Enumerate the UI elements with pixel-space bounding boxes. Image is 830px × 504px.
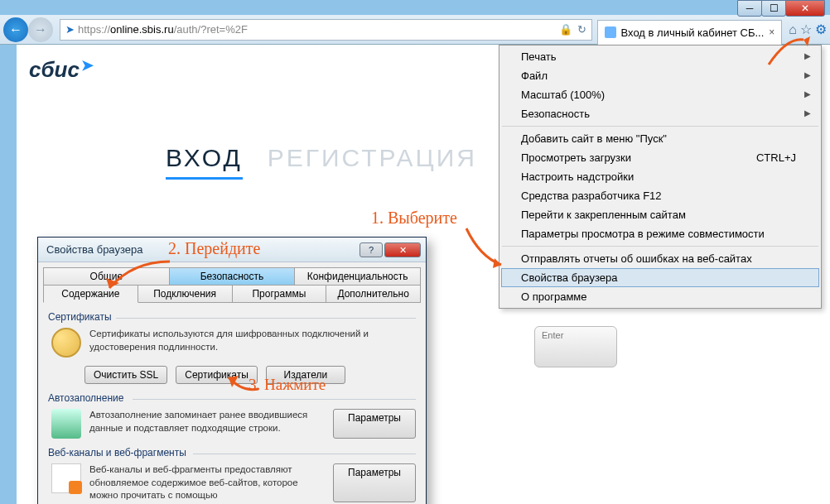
login-tab[interactable]: ВХОД: [166, 144, 243, 180]
site-icon: ➤: [65, 23, 75, 36]
settings-gear-icon[interactable]: ⚙: [815, 22, 827, 37]
browser-tab[interactable]: Вход в личный кабинет СБ... ×: [597, 20, 783, 45]
certificate-icon: [51, 328, 81, 358]
logo-bird-icon: ➤: [81, 57, 94, 74]
favicon: [605, 26, 616, 38]
tab-close-icon[interactable]: ×: [769, 26, 775, 38]
address-bar[interactable]: ➤ https://online.sbis.ru/auth/?ret=%2F 🔒…: [60, 19, 592, 41]
tab-advanced[interactable]: Дополнительно: [326, 285, 421, 303]
dialog-tabs-row1: Общие Безопасность Конфиденциальность: [43, 267, 421, 286]
feeds-group-title: Веб-каналы и веб-фрагменты: [48, 447, 416, 458]
tab-general[interactable]: Общие: [43, 267, 170, 286]
certificates-button[interactable]: Сертификаты: [176, 366, 258, 384]
minimize-button[interactable]: ─: [737, 0, 762, 17]
tab-programs[interactable]: Программы: [232, 285, 327, 303]
window-controls: ─ ☐ ✕: [738, 0, 825, 17]
certificates-desc: Сертификаты используются для шифрованных…: [89, 328, 416, 358]
tab-security[interactable]: Безопасность: [169, 267, 296, 286]
menu-print[interactable]: Печать▶: [501, 47, 819, 66]
menu-add-start[interactable]: Добавить сайт в меню "Пуск": [501, 129, 819, 148]
dialog-close-button[interactable]: ✕: [384, 242, 421, 257]
forward-button[interactable]: →: [28, 17, 53, 42]
menu-zoom[interactable]: Масштаб (100%)▶: [501, 85, 819, 104]
url-host: online.sbis.ru: [110, 23, 174, 36]
menu-compat[interactable]: Параметры просмотра в режиме совместимос…: [501, 224, 819, 243]
submenu-arrow-icon: ▶: [804, 89, 811, 98]
dialog-title: Свойства браузера: [46, 243, 142, 256]
auth-tabs: ВХОД РЕГИСТРАЦИЯ: [166, 144, 477, 180]
certificates-group-title: Сертификаты: [48, 311, 416, 323]
clear-ssl-button[interactable]: Очистить SSL: [84, 366, 167, 384]
logo-text: сбис: [29, 57, 80, 82]
menu-safety[interactable]: Безопасность▶: [501, 104, 819, 123]
submenu-arrow-icon: ▶: [804, 70, 811, 79]
autofill-settings-button[interactable]: Параметры: [333, 409, 416, 439]
certificates-group: Сертификаты используются для шифрованных…: [48, 324, 416, 361]
dialog-body: Сертификаты Сертификаты используются для…: [38, 303, 426, 504]
menu-file[interactable]: Файл▶: [501, 66, 819, 85]
toolbar-icons: ⌂ ☆ ⚙: [789, 22, 827, 37]
register-tab[interactable]: РЕГИСТРАЦИЯ: [268, 144, 477, 180]
refresh-icon[interactable]: ↻: [577, 23, 586, 36]
submenu-arrow-icon: ▶: [804, 108, 811, 118]
url-scheme: https://: [78, 23, 110, 36]
back-button[interactable]: ←: [3, 17, 28, 42]
menu-pinned[interactable]: Перейти к закрепленным сайтам: [501, 205, 819, 224]
menu-addons[interactable]: Настроить надстройки: [501, 167, 819, 186]
menu-downloads[interactable]: Просмотреть загрузкиCTRL+J: [501, 148, 819, 167]
feeds-settings-button[interactable]: Параметры: [333, 463, 416, 502]
internet-options-dialog: Свойства браузера ? ✕ Общие Безопасность…: [37, 237, 427, 504]
enter-key-graphic: Enter: [534, 326, 625, 384]
menu-devtools[interactable]: Средства разработчика F12: [501, 186, 819, 205]
browser-navbar: ← → ➤ https://online.sbis.ru/auth/?ret=%…: [0, 15, 830, 45]
home-icon[interactable]: ⌂: [789, 22, 797, 37]
lock-icon[interactable]: 🔒: [559, 23, 572, 36]
menu-error-reports[interactable]: Отправлять отчеты об ошибках на веб-сайт…: [501, 249, 819, 268]
url-bar-icons: 🔒 ↻: [559, 23, 586, 36]
enter-key-cap: Enter: [534, 326, 617, 367]
feeds-group: Веб-каналы и веб-фрагменты предоставляют…: [48, 460, 416, 504]
dialog-help-button[interactable]: ?: [360, 242, 383, 257]
submenu-arrow-icon: ▶: [804, 51, 811, 60]
favorites-icon[interactable]: ☆: [800, 22, 812, 37]
tab-privacy[interactable]: Конфиденциальность: [294, 267, 421, 286]
tab-connections[interactable]: Подключения: [138, 285, 233, 303]
dialog-titlebar[interactable]: Свойства браузера ? ✕: [38, 238, 426, 262]
shortcut-label: CTRL+J: [756, 151, 796, 164]
autofill-icon: [51, 409, 81, 439]
menu-separator: [502, 126, 818, 127]
menu-about[interactable]: О программе: [501, 287, 819, 306]
certificates-buttons: Очистить SSL Сертификаты Издатели: [84, 366, 416, 384]
dialog-tabs-row2: Содержание Подключения Программы Дополни…: [43, 285, 421, 303]
settings-menu: Печать▶ Файл▶ Масштаб (100%)▶ Безопаснос…: [499, 45, 822, 309]
publishers-button[interactable]: Издатели: [266, 366, 345, 384]
autofill-group-title: Автозаполнение: [48, 392, 416, 404]
tab-title: Вход в личный кабинет СБ...: [621, 26, 765, 39]
url-path: /auth/?ret=%2F: [174, 23, 248, 36]
close-button[interactable]: ✕: [785, 0, 825, 17]
menu-separator: [502, 246, 818, 247]
maximize-button[interactable]: ☐: [761, 0, 786, 17]
autofill-group: Автозаполнение запоминает ранее вводивши…: [48, 406, 416, 442]
autofill-desc: Автозаполнение запоминает ранее вводивши…: [89, 409, 325, 439]
sbis-logo: сбис➤: [29, 57, 92, 83]
feeds-desc: Веб-каналы и веб-фрагменты предоставляют…: [89, 463, 325, 502]
tab-content[interactable]: Содержание: [43, 285, 138, 303]
menu-internet-options[interactable]: Свойства браузера: [501, 268, 819, 287]
nav-arrows: ← →: [3, 17, 53, 42]
rss-icon: [51, 463, 81, 493]
